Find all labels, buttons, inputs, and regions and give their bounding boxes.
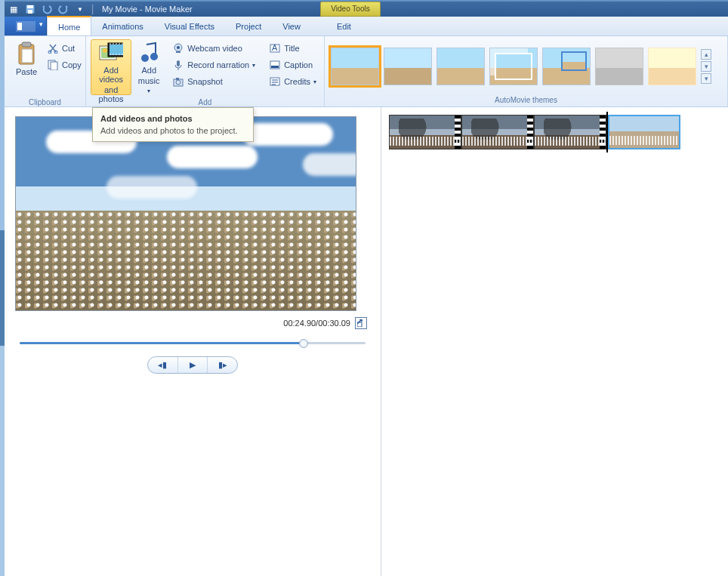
title-label: Title (284, 44, 299, 53)
caption-button[interactable]: Caption (266, 57, 319, 72)
svg-text:A: A (272, 43, 278, 52)
tab-edit[interactable]: Edit (326, 17, 362, 35)
svg-rect-5 (22, 49, 32, 63)
group-clipboard: Paste Cut Copy Clipboard (5, 36, 86, 106)
mic-icon (172, 59, 184, 71)
contextual-tab-group: Video Tools (320, 2, 381, 17)
clip-1[interactable] (389, 115, 461, 149)
svg-rect-1 (27, 5, 33, 8)
theme-pip[interactable] (542, 48, 591, 85)
addmusic-label1: Add (141, 66, 156, 75)
theme-sepia[interactable] (648, 48, 696, 85)
title-icon: A (269, 42, 281, 54)
ribbon-tabs: Home Animations Visual Effects Project V… (5, 17, 728, 36)
ribbon: Paste Cut Copy Clipboard (5, 36, 728, 107)
theme-3[interactable] (436, 48, 485, 85)
credits-button[interactable]: Credits ▾ (266, 74, 319, 89)
fullscreen-button[interactable] (355, 317, 367, 329)
qat-app-icon[interactable]: ▦ (8, 3, 20, 15)
storyboard-pane[interactable] (381, 107, 728, 576)
svg-rect-9 (51, 62, 57, 70)
svg-rect-20 (177, 60, 180, 66)
svg-point-18 (177, 46, 180, 49)
clip-3[interactable] (534, 115, 606, 149)
tab-project[interactable]: Project (225, 17, 272, 35)
group-themes: ▴ ▾ ▾ AutoMovie themes (325, 36, 728, 106)
clip-2[interactable] (461, 115, 534, 149)
snapshot-button[interactable]: Snapshot (169, 74, 258, 89)
add-videos-photos-icon (99, 42, 123, 64)
svg-point-15 (141, 54, 149, 62)
tab-home[interactable]: Home (47, 16, 91, 35)
play-button[interactable]: ▶ (178, 357, 208, 373)
svg-point-16 (150, 53, 158, 60)
addmusic-label2: music (138, 76, 160, 85)
group-themes-label: AutoMovie themes (325, 96, 727, 106)
svg-rect-23 (176, 78, 179, 80)
copy-icon (47, 59, 59, 71)
svg-rect-4 (22, 42, 31, 47)
qat-dropdown-icon[interactable]: ▼ (74, 3, 86, 15)
svg-rect-27 (271, 66, 279, 68)
video-preview[interactable] (15, 116, 356, 311)
theme-scroll-down-icon[interactable]: ▾ (701, 61, 711, 72)
content-area: 00:24.90/00:30.09 ◂▮ ▶ ▮▸ (5, 107, 728, 576)
clip-4-photo[interactable] (608, 115, 680, 149)
theme-default[interactable] (331, 48, 379, 85)
tab-animations[interactable]: Animations (91, 17, 153, 35)
theme-fade[interactable] (489, 48, 538, 85)
caption-icon (269, 59, 281, 71)
window-title: My Movie - Movie Maker (102, 5, 193, 14)
svg-rect-2 (28, 10, 32, 14)
prev-frame-button[interactable]: ◂▮ (148, 357, 178, 373)
cut-button[interactable]: Cut (44, 41, 85, 56)
paste-icon (14, 42, 39, 66)
preview-pane: 00:24.90/00:30.09 ◂▮ ▶ ▮▸ (5, 107, 381, 576)
clip-strip (389, 115, 720, 149)
tab-visual-effects[interactable]: Visual Effects (154, 17, 225, 35)
copy-label: Copy (62, 60, 82, 69)
theme-scroll-up-icon[interactable]: ▴ (701, 49, 711, 60)
paste-label: Paste (16, 67, 37, 76)
theme-pan[interactable] (384, 48, 432, 85)
svg-rect-14 (110, 45, 123, 55)
record-label: Record narration (187, 60, 249, 69)
qat-redo-icon[interactable] (57, 3, 69, 15)
add-music-button[interactable]: Add music ▾ (131, 39, 166, 95)
time-display: 00:24.90/00:30.09 (283, 319, 350, 328)
svg-rect-19 (176, 51, 180, 53)
record-dd: ▾ (252, 62, 255, 69)
copy-button[interactable]: Copy (44, 57, 85, 72)
add-videos-photos-button[interactable]: Add videos and photos (91, 39, 131, 95)
record-narration-button[interactable]: Record narration ▾ (169, 57, 258, 72)
webcam-label: Webcam video (187, 44, 242, 53)
seek-slider[interactable] (20, 337, 366, 349)
webcam-icon (172, 42, 184, 54)
theme-bw[interactable] (595, 48, 643, 85)
qat-undo-icon[interactable] (41, 3, 53, 15)
title-button[interactable]: A Title (266, 41, 319, 56)
credits-icon (269, 75, 281, 88)
tooltip: Add videos and photos Add videos and pho… (92, 107, 254, 142)
webcam-video-button[interactable]: Webcam video (169, 41, 258, 56)
addmusic-dd: ▾ (147, 88, 150, 94)
app-window: ▦ ▼ │ My Movie - Movie Maker Video Tools… (5, 2, 728, 576)
next-frame-button[interactable]: ▮▸ (208, 357, 237, 373)
theme-gallery-scroll[interactable]: ▴ ▾ ▾ (701, 49, 711, 84)
playback-controls: ◂▮ ▶ ▮▸ (147, 356, 238, 374)
file-menu-button[interactable] (5, 17, 47, 35)
caption-label: Caption (284, 60, 313, 69)
svg-point-12 (103, 48, 107, 53)
tab-view[interactable]: View (272, 17, 311, 35)
cut-label: Cut (62, 44, 75, 53)
credits-dd: ▾ (313, 79, 316, 85)
paste-button[interactable]: Paste (9, 39, 44, 95)
title-bar: ▦ ▼ │ My Movie - Movie Maker Video Tools (5, 2, 728, 17)
tooltip-body: Add videos and photos to the project. (100, 126, 245, 135)
theme-gallery-expand-icon[interactable]: ▾ (701, 73, 711, 84)
credits-label: Credits (284, 77, 310, 86)
addvp-label1: Add videos (96, 66, 126, 84)
cut-icon (47, 42, 59, 54)
music-icon (137, 42, 161, 64)
qat-save-icon[interactable] (24, 3, 36, 15)
